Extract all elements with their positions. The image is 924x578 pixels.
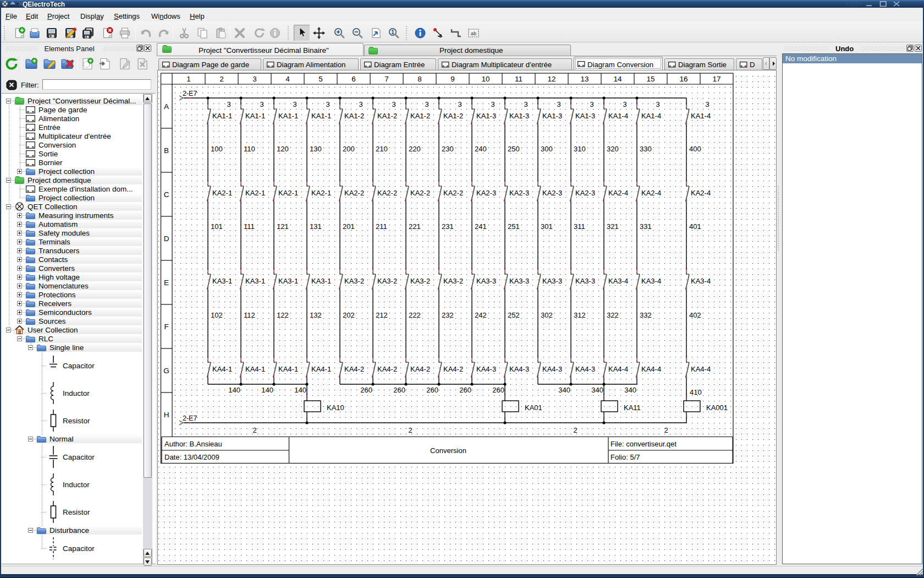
svg-text:KA1-1: KA1-1 — [278, 112, 298, 120]
svg-text:220: 220 — [409, 145, 421, 153]
svg-text:322: 322 — [607, 311, 619, 319]
svg-text:KA1-3: KA1-3 — [575, 112, 595, 120]
svg-text:F: F — [164, 323, 168, 331]
svg-text:330: 330 — [640, 145, 652, 153]
svg-text:KA1-1: KA1-1 — [245, 112, 265, 120]
svg-text:KA1-3: KA1-3 — [542, 112, 562, 120]
svg-text:3: 3 — [491, 100, 494, 108]
svg-text:3: 3 — [623, 100, 626, 108]
svg-text:KA2-3: KA2-3 — [476, 189, 496, 197]
svg-text:KA1-4: KA1-4 — [608, 112, 628, 120]
svg-text:KA2-2: KA2-2 — [443, 189, 463, 197]
svg-text:KA3-4: KA3-4 — [608, 277, 628, 285]
svg-text:3: 3 — [656, 100, 659, 108]
svg-text:3: 3 — [524, 100, 527, 108]
svg-text:4: 4 — [285, 75, 290, 83]
svg-text:KA3-3: KA3-3 — [575, 277, 595, 285]
svg-text:15: 15 — [646, 75, 654, 83]
svg-text:260: 260 — [492, 386, 504, 394]
svg-text:201: 201 — [343, 222, 355, 231]
svg-text:331: 331 — [640, 222, 652, 231]
svg-text:140: 140 — [228, 386, 240, 394]
svg-text:332: 332 — [640, 311, 652, 319]
svg-text:KA2-3: KA2-3 — [575, 189, 595, 197]
svg-text:131: 131 — [310, 222, 322, 231]
svg-text:File: convertiseur.qet: File: convertiseur.qet — [610, 440, 676, 448]
svg-text:112: 112 — [244, 311, 255, 319]
svg-text:KA3-1: KA3-1 — [212, 277, 232, 285]
svg-text:KA2-1: KA2-1 — [245, 189, 265, 197]
svg-text:260: 260 — [360, 386, 372, 394]
svg-text:13: 13 — [580, 75, 588, 83]
svg-text:3: 3 — [458, 100, 461, 108]
svg-text:211: 211 — [376, 222, 387, 231]
svg-text:KA2-1: KA2-1 — [311, 189, 331, 197]
svg-text:KA4-1: KA4-1 — [311, 365, 331, 373]
svg-text:2: 2 — [573, 426, 577, 434]
svg-text:210: 210 — [376, 145, 388, 153]
svg-text:Folio: 5/7: Folio: 5/7 — [610, 453, 640, 461]
svg-text:200: 200 — [343, 145, 355, 153]
svg-text:KA3-4: KA3-4 — [691, 277, 711, 285]
svg-text:KA3-1: KA3-1 — [245, 277, 265, 285]
svg-text:11: 11 — [515, 75, 522, 83]
svg-text:5: 5 — [318, 75, 323, 83]
svg-text:KA3-1: KA3-1 — [278, 277, 298, 285]
svg-text:KA1-4: KA1-4 — [691, 112, 711, 120]
svg-text:KA3-2: KA3-2 — [410, 277, 430, 285]
svg-text:KA4-3: KA4-3 — [509, 365, 529, 373]
svg-text:221: 221 — [409, 222, 421, 231]
svg-text:312: 312 — [574, 311, 586, 319]
svg-text:KA2-4: KA2-4 — [641, 189, 661, 197]
svg-text:7: 7 — [384, 75, 389, 83]
svg-text:KA4-2: KA4-2 — [410, 365, 430, 373]
svg-text:340: 340 — [558, 386, 570, 394]
svg-text:340: 340 — [624, 386, 636, 394]
svg-text:KA3-2: KA3-2 — [443, 277, 463, 285]
svg-text:KA2-3: KA2-3 — [509, 189, 529, 197]
svg-text:KA3-3: KA3-3 — [542, 277, 562, 285]
svg-text:KA1-2: KA1-2 — [344, 112, 364, 120]
svg-text:12: 12 — [547, 75, 556, 83]
svg-text:KA1-1: KA1-1 — [311, 112, 331, 120]
svg-text:KA4-1: KA4-1 — [245, 365, 265, 373]
svg-text:9: 9 — [450, 75, 455, 83]
svg-text:321: 321 — [607, 222, 619, 231]
svg-text:KA1-4: KA1-4 — [641, 112, 661, 120]
svg-text:301: 301 — [541, 222, 553, 231]
svg-text:Author: B.Ansieau: Author: B.Ansieau — [164, 440, 222, 448]
svg-text:302: 302 — [541, 311, 553, 319]
svg-text:250: 250 — [508, 145, 520, 153]
svg-text:KA4-3: KA4-3 — [575, 365, 595, 373]
svg-text:KA1-2: KA1-2 — [410, 112, 430, 120]
svg-text:Conversion: Conversion — [430, 446, 466, 455]
svg-text:G: G — [163, 367, 169, 375]
svg-text:260: 260 — [459, 386, 471, 394]
svg-text:KA2-2: KA2-2 — [410, 189, 430, 197]
svg-text:KA4-4: KA4-4 — [641, 365, 661, 373]
svg-text:130: 130 — [310, 145, 322, 153]
svg-text:B: B — [164, 146, 169, 155]
svg-text:140: 140 — [261, 386, 273, 394]
svg-text:1: 1 — [186, 75, 191, 83]
svg-text:KA4-4: KA4-4 — [691, 365, 711, 373]
svg-text:410: 410 — [690, 388, 702, 396]
svg-text:KA4-3: KA4-3 — [542, 365, 562, 373]
svg-text:KA1-1: KA1-1 — [212, 112, 232, 120]
svg-text:KA3-4: KA3-4 — [641, 277, 661, 285]
svg-text:230: 230 — [442, 145, 454, 153]
svg-text:3: 3 — [590, 100, 593, 108]
svg-text:KA1-3: KA1-3 — [509, 112, 529, 120]
svg-text:KA4-2: KA4-2 — [443, 365, 463, 373]
svg-text:202: 202 — [343, 311, 355, 319]
svg-text:KA3-3: KA3-3 — [476, 277, 496, 285]
svg-text:KA1-2: KA1-2 — [443, 112, 463, 120]
svg-text:3: 3 — [359, 100, 362, 108]
svg-text:Date: 13/04/2009: Date: 13/04/2009 — [164, 453, 219, 461]
svg-text:140: 140 — [294, 386, 306, 394]
svg-text:16: 16 — [679, 75, 688, 83]
svg-text:C: C — [164, 190, 169, 199]
svg-text:232: 232 — [442, 311, 454, 319]
svg-text:D: D — [164, 235, 169, 243]
svg-text:222: 222 — [409, 311, 421, 319]
